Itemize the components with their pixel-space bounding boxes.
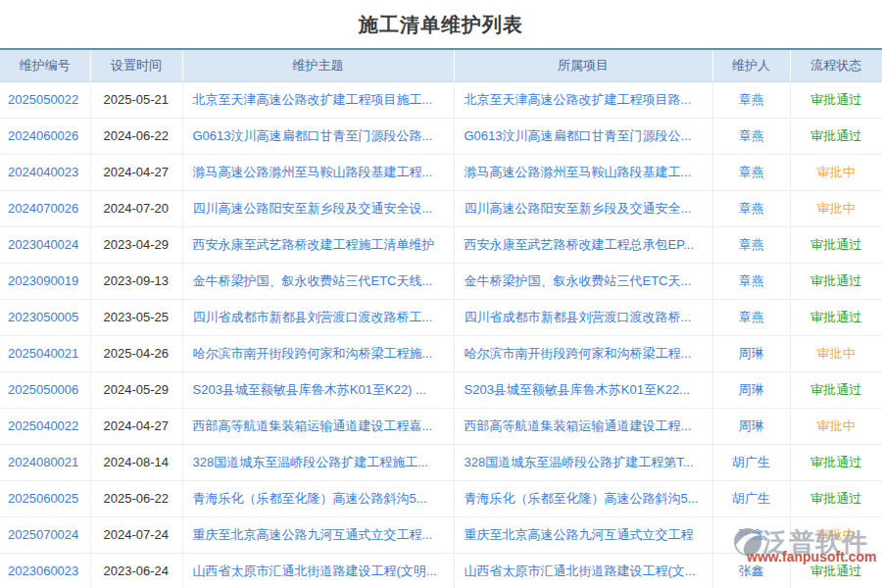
table-row: 20250400222024-04-27西部高等航道集装箱运输通道建设工程嘉..… (0, 408, 882, 444)
table-row: 20230900192023-09-13金牛桥梁护国、叙永收费站三代ETC天线.… (0, 263, 882, 299)
status-badge-cell: 审批中 (790, 335, 882, 371)
maintainer-text: 章燕 (739, 201, 764, 216)
table-row: 20240400232024-04-27滁马高速公路滁州至马鞍山路段基建工程..… (0, 154, 882, 190)
subject-link[interactable]: 金牛桥梁护国、叙永收费站三代ETC天线... (193, 273, 433, 288)
project-link[interactable]: 328国道城东至温峤段公路扩建工程第T... (465, 455, 694, 469)
project-link[interactable]: 重庆至北京高速公路九河互通式立交工程 (465, 527, 694, 542)
subject-link[interactable]: 四川省成都市新都县刘营渡口渡改路桥工... (193, 310, 433, 324)
maintenance-id-link[interactable]: 2023090019 (8, 273, 78, 288)
status-badge: 审批通过 (810, 310, 861, 324)
maintenance-id-link-cell: 2023050005 (0, 299, 90, 335)
maintenance-id-link[interactable]: 2024070026 (8, 201, 78, 216)
subject-link[interactable]: 滁马高速公路滁州至马鞍山路段基建工程... (193, 165, 433, 179)
maintenance-id-link[interactable]: 2025060025 (8, 491, 78, 506)
set-date-text-cell: 2024-07-24 (90, 516, 182, 553)
maintenance-id-link[interactable]: 2023040024 (8, 237, 78, 252)
subject-link-cell: 四川省成都市新都县刘营渡口渡改路桥工... (182, 299, 454, 335)
set-date-text: 2023-06-24 (104, 564, 170, 578)
maintenance-id-link[interactable]: 2023050005 (8, 310, 78, 324)
project-link[interactable]: G0613汶川高速扁都口甘青至门源段公... (465, 128, 692, 143)
maintainer-text-cell: 周琳 (712, 408, 790, 444)
project-link[interactable]: S203县城至额敏县库鲁木苏K01至K22... (465, 382, 690, 397)
status-badge-cell: 审批通过 (790, 553, 882, 588)
project-link[interactable]: 青海乐化（乐都至化隆）高速公路斜沟5... (465, 491, 699, 506)
maintenance-id-link-cell: 2024040023 (0, 154, 90, 190)
project-link[interactable]: 西部高等航道集装箱运输通道建设工程... (465, 418, 692, 433)
project-link[interactable]: 金牛桥梁护国、叙永收费站三代ETC天... (465, 273, 692, 288)
project-link[interactable]: 滁马高速公路滁州至马鞍山路段基建工... (465, 165, 692, 179)
project-link-cell: 328国道城东至温峤段公路扩建工程第T... (454, 444, 712, 480)
maintenance-id-link-cell: 2024060026 (0, 118, 90, 154)
column-header-id: 维护编号 (0, 49, 90, 81)
column-header-status: 流程状态 (790, 49, 882, 81)
project-link[interactable]: 西安永康至武艺路桥改建工程总承包EP... (465, 237, 695, 252)
maintainer-text: 周琳 (739, 382, 764, 397)
project-link[interactable]: 哈尔滨市南开街段跨何家和沟桥梁工程... (465, 346, 692, 361)
status-badge: 审批通过 (810, 382, 861, 397)
project-link[interactable]: 北京至天津高速公路改扩建工程项目路... (465, 92, 692, 107)
subject-link[interactable]: 西部高等航道集装箱运输通道建设工程嘉... (193, 418, 433, 433)
status-badge: 审批通过 (810, 455, 861, 469)
maintenance-id-link[interactable]: 2024060026 (8, 128, 78, 143)
maintainer-text: 胡广生 (732, 491, 770, 506)
table-header: 维护编号 设置时间 维护主题 所属项目 维护人 流程状态 (0, 49, 882, 81)
status-badge-cell: 审批通过 (790, 480, 882, 516)
status-badge-cell: 审批通过 (790, 371, 882, 408)
maintenance-id-link[interactable]: 2025040021 (8, 346, 78, 361)
project-link-cell: 青海乐化（乐都至化隆）高速公路斜沟5... (454, 480, 712, 516)
maintainer-text: 胡广生 (732, 455, 770, 469)
table-body: 20250500222025-05-21北京至天津高速公路改扩建工程项目施工..… (0, 81, 882, 588)
project-link-cell: 西安永康至武艺路桥改建工程总承包EP... (454, 226, 712, 263)
maintenance-id-link-cell: 2025060025 (0, 480, 90, 516)
maintainer-text: 章燕 (739, 237, 764, 252)
maintainer-text-cell: 胡广生 (712, 444, 790, 480)
table-row: 20240800212024-08-14328国道城东至温峤段公路扩建工程施工.… (0, 444, 882, 480)
maintenance-id-link-cell: 2025050022 (0, 81, 90, 118)
column-header-date: 设置时间 (90, 49, 182, 81)
maintenance-id-link[interactable]: 2024040023 (8, 165, 78, 179)
project-link[interactable]: 四川省成都市新都县刘营渡口渡改路桥... (465, 310, 692, 324)
project-link[interactable]: 山西省太原市汇通北街道路建设工程(文... (465, 564, 696, 578)
maintenance-id-link[interactable]: 2025070024 (8, 527, 78, 542)
subject-link[interactable]: 山西省太原市汇通北街道路建设工程(文明... (193, 564, 437, 578)
subject-link[interactable]: S203县城至额敏县库鲁木苏K01至K22) ... (193, 382, 426, 397)
subject-link[interactable]: 哈尔滨市南开街段跨何家和沟桥梁工程施... (193, 346, 433, 361)
subject-link-cell: 哈尔滨市南开街段跨何家和沟桥梁工程施... (182, 335, 454, 371)
subject-link[interactable]: 西安永康至武艺路桥改建工程施工清单维护 (193, 237, 435, 252)
table-row: 20230400242023-04-29西安永康至武艺路桥改建工程施工清单维护西… (0, 226, 882, 263)
status-badge-cell: 审批通过 (790, 444, 882, 480)
maintenance-id-link-cell: 2023040024 (0, 226, 90, 263)
table-row: 20250600252025-06-22青海乐化（乐都至化隆）高速公路斜沟5..… (0, 480, 882, 516)
maintenance-id-link[interactable]: 2025050006 (8, 382, 78, 397)
maintainer-text-cell: 章燕 (712, 226, 790, 263)
table-row: 20240600262024-06-22G0613汶川高速扁都口甘青至门源段公路… (0, 118, 882, 154)
subject-link[interactable]: 重庆至北京高速公路九河互通式立交工程... (193, 527, 433, 542)
project-link[interactable]: 四川高速公路阳安至新乡段及交通安全... (465, 201, 692, 216)
status-badge-cell: 审批中 (790, 408, 882, 444)
set-date-text: 2024-05-29 (104, 382, 170, 397)
set-date-text-cell: 2024-08-14 (90, 444, 182, 480)
maintainer-text-cell: 章燕 (712, 190, 790, 226)
set-date-text-cell: 2023-04-29 (90, 226, 182, 263)
subject-link[interactable]: G0613汶川高速扁都口甘青至门源段公路... (193, 128, 433, 143)
maintenance-id-link-cell: 2025040021 (0, 335, 90, 371)
subject-link[interactable]: 四川高速公路阳安至新乡段及交通安全设... (193, 201, 433, 216)
subject-link[interactable]: 青海乐化（乐都至化隆）高速公路斜沟5... (193, 491, 427, 506)
subject-link-cell: S203县城至额敏县库鲁木苏K01至K22) ... (182, 371, 454, 408)
set-date-text: 2025-06-22 (104, 491, 170, 506)
maintenance-id-link[interactable]: 2023060023 (8, 564, 78, 578)
maintenance-id-link[interactable]: 2025040022 (8, 418, 78, 433)
project-link-cell: S203县城至额敏县库鲁木苏K01至K22... (454, 371, 712, 408)
set-date-text: 2024-07-20 (104, 201, 170, 216)
maintainer-text: 章燕 (739, 273, 764, 288)
maintenance-id-link[interactable]: 2025050022 (8, 92, 78, 107)
maintainer-text-cell: 章燕 (712, 263, 790, 299)
subject-link[interactable]: 328国道城东至温峤段公路扩建工程施工... (193, 455, 429, 469)
subject-link[interactable]: 北京至天津高速公路改扩建工程项目施工... (193, 92, 433, 107)
maintainer-text-cell: 张鑫 (712, 553, 790, 588)
subject-link-cell: 金牛桥梁护国、叙永收费站三代ETC天线... (182, 263, 454, 299)
maintainer-text: 章燕 (739, 165, 764, 179)
maintenance-id-link[interactable]: 2024080021 (8, 455, 78, 469)
subject-link-cell: G0613汶川高速扁都口甘青至门源段公路... (182, 118, 454, 154)
status-badge-cell: 审批中 (790, 516, 882, 553)
